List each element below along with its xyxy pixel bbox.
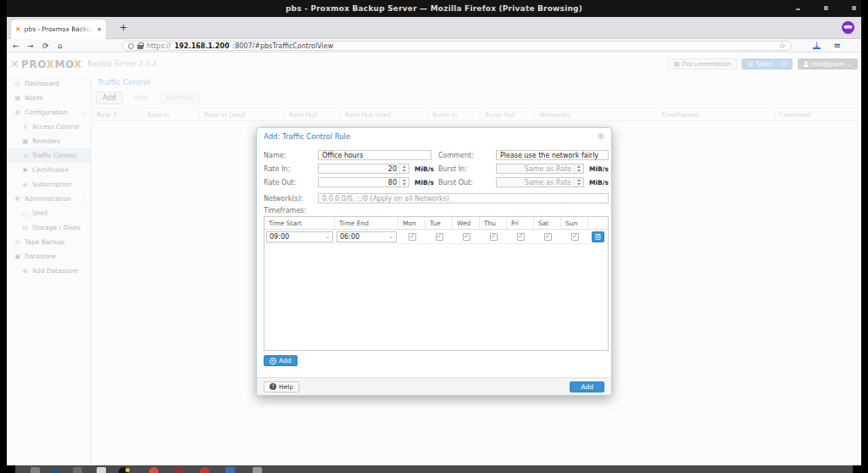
burst-out-unit: MiB/s xyxy=(589,179,609,186)
taskbar-app-icon[interactable] xyxy=(31,467,40,473)
column-sat[interactable]: Sat xyxy=(534,217,561,229)
reload-icon[interactable]: ⟳ xyxy=(42,41,49,51)
networks-label: Network(s): xyxy=(264,195,303,203)
url-host: 192.168.1.200 xyxy=(175,42,230,50)
time-start-select[interactable]: 09:00⌄ xyxy=(266,231,333,242)
taskbar-app-icon[interactable] xyxy=(253,467,262,473)
burst-out-field[interactable]: Same as Rate xyxy=(496,177,584,187)
taskbar-notification-dot xyxy=(125,468,130,472)
name-field[interactable] xyxy=(318,150,431,160)
browser-tab[interactable]: ✕ pbs - Proxmox Backup Serv ✕ xyxy=(11,19,106,39)
rate-in-field[interactable]: 20 xyxy=(318,164,409,174)
rate-in-label: Rate In: xyxy=(264,165,290,173)
comment-label: Comment: xyxy=(438,152,474,159)
taskbar-terminal-icon[interactable] xyxy=(97,467,106,473)
column-wed[interactable]: Wed xyxy=(453,217,480,229)
dialog-footer: ?Help Add xyxy=(257,377,611,395)
maximize-icon[interactable] xyxy=(824,6,828,10)
bookmark-star-icon[interactable]: ☆ xyxy=(779,42,786,50)
browser-window: pbs - Proxmox Backup Server — Mozilla Fi… xyxy=(7,0,861,465)
column-time-end[interactable]: Time End xyxy=(335,217,398,229)
navigation-bar: ← → ⟳ ⌂ https:// 192.168.1.200 :8007/#pb… xyxy=(7,39,861,53)
forward-icon[interactable]: → xyxy=(27,41,34,51)
taskbar-app-icon[interactable] xyxy=(149,467,159,473)
chevron-down-icon: ⌄ xyxy=(325,233,330,240)
checkbox-mon[interactable] xyxy=(409,233,416,241)
checkbox-sun[interactable] xyxy=(571,233,579,241)
downloads-icon[interactable]: ↓ xyxy=(813,41,821,49)
name-label: Name: xyxy=(264,152,286,159)
dialog-title: Add: Traffic Control Rule xyxy=(264,132,350,141)
menu-icon[interactable]: ≡ xyxy=(834,41,841,50)
timeframes-grid-header: Time Start Time End Mon Tue Wed Thu Fri … xyxy=(264,217,608,230)
window-title: pbs - Proxmox Backup Server — Mozilla Fi… xyxy=(286,4,582,13)
add-timeframe-button[interactable]: +Add xyxy=(264,355,298,366)
timeframes-grid: Time Start Time End Mon Tue Wed Thu Fri … xyxy=(264,216,609,351)
networks-field[interactable] xyxy=(318,193,609,203)
url-scheme: https:// xyxy=(147,42,171,50)
dialog-close-icon[interactable]: ⊗ xyxy=(598,132,604,141)
rate-out-label: Rate Out: xyxy=(264,179,296,186)
plus-circle-icon: + xyxy=(270,358,276,364)
chevron-down-icon: ⌄ xyxy=(388,233,393,240)
column-fri[interactable]: Fri xyxy=(507,217,534,229)
dialog-header: Add: Traffic Control Rule ⊗ xyxy=(257,128,611,144)
spinner-arrows-icon[interactable] xyxy=(574,164,583,173)
tab-close-icon[interactable]: ✕ xyxy=(97,26,102,33)
shield-icon[interactable] xyxy=(128,43,134,49)
column-tue[interactable]: Tue xyxy=(426,217,453,229)
taskbar xyxy=(15,465,853,473)
comment-field[interactable] xyxy=(496,150,609,160)
checkbox-sat[interactable] xyxy=(544,233,552,241)
close-icon[interactable] xyxy=(852,6,856,10)
burst-in-label: Burst In: xyxy=(438,165,467,173)
column-time-start[interactable]: Time Start xyxy=(264,217,335,229)
timeframe-row: 09:00⌄ 06:00⌄ xyxy=(264,230,608,244)
burst-in-field[interactable]: Same as Rate xyxy=(496,164,584,174)
column-sun[interactable]: Sun xyxy=(561,217,588,229)
rate-out-unit: MiB/s xyxy=(415,179,434,186)
checkbox-wed[interactable] xyxy=(463,233,470,241)
minimize-icon[interactable] xyxy=(796,8,800,10)
add-traffic-control-rule-dialog: Add: Traffic Control Rule ⊗ Name: Commen… xyxy=(256,127,612,396)
url-bar[interactable]: https:// 192.168.1.200 :8007/#pbsTraffic… xyxy=(122,41,792,51)
burst-out-label: Burst Out: xyxy=(438,179,473,186)
delete-timeframe-button[interactable] xyxy=(592,231,604,242)
window-titlebar: pbs - Proxmox Backup Server — Mozilla Fi… xyxy=(7,0,861,17)
rate-out-field[interactable]: 80 xyxy=(318,177,409,187)
help-button[interactable]: ?Help xyxy=(264,381,299,392)
screen: pbs - Proxmox Backup Server — Mozilla Fi… xyxy=(0,0,868,473)
new-tab-button[interactable]: + xyxy=(115,21,131,34)
home-icon[interactable]: ⌂ xyxy=(58,41,63,51)
taskbar-app-icon[interactable] xyxy=(175,467,184,473)
time-end-select[interactable]: 06:00⌄ xyxy=(337,231,397,242)
taskbar-app-icon[interactable] xyxy=(200,467,209,473)
taskbar-app-icon[interactable] xyxy=(51,467,60,473)
checkbox-tue[interactable] xyxy=(436,233,443,241)
taskbar-app-icon[interactable] xyxy=(225,467,235,473)
spinner-arrows-icon[interactable] xyxy=(399,164,409,173)
checkbox-fri[interactable] xyxy=(517,233,525,241)
tab-strip: ✕ pbs - Proxmox Backup Serv ✕ + xyxy=(7,17,861,39)
trash-icon xyxy=(595,233,601,240)
rate-in-unit: MiB/s xyxy=(415,165,434,173)
tab-title: pbs - Proxmox Backup Serv xyxy=(25,25,93,33)
lock-icon[interactable] xyxy=(137,45,143,49)
column-thu[interactable]: Thu xyxy=(480,217,507,229)
private-browsing-icon xyxy=(842,21,854,34)
burst-in-unit: MiB/s xyxy=(589,165,609,173)
column-mon[interactable]: Mon xyxy=(398,217,426,229)
spinner-arrows-icon[interactable] xyxy=(574,178,583,186)
taskbar-app-icon[interactable] xyxy=(73,467,82,473)
help-icon: ? xyxy=(270,383,276,390)
submit-add-button[interactable]: Add xyxy=(570,381,604,392)
spinner-arrows-icon[interactable] xyxy=(399,178,409,186)
url-path: :8007/#pbsTrafficControlView xyxy=(232,42,775,50)
window-controls xyxy=(796,6,856,10)
back-icon[interactable]: ← xyxy=(13,41,19,51)
proxmox-favicon-icon: ✕ xyxy=(15,25,21,33)
checkbox-thu[interactable] xyxy=(490,233,498,241)
timeframes-label: Timeframes: xyxy=(264,207,306,214)
